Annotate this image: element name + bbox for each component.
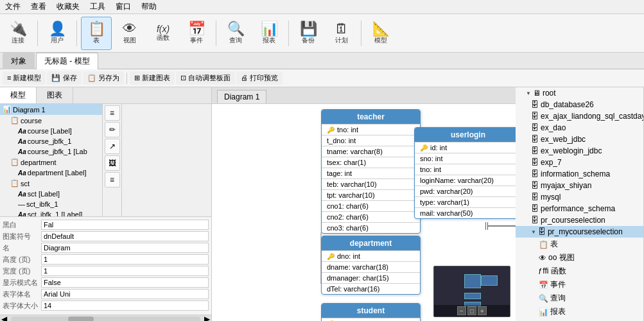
- rtoolbar-btn-3[interactable]: ↗: [105, 139, 120, 154]
- prop-value-width[interactable]: [41, 266, 209, 276]
- prop-value-bw[interactable]: [41, 220, 209, 230]
- tree-node-sct[interactable]: 📋 sct: [0, 178, 102, 189]
- menu-window[interactable]: 窗口: [113, 0, 134, 13]
- tree-node-dept-label[interactable]: Aa department [Label]: [0, 168, 102, 178]
- rtoolbar-btn-4[interactable]: 🖼: [105, 155, 120, 171]
- func-button[interactable]: f(x) 函数: [148, 17, 178, 50]
- backup-button[interactable]: 💾 备份: [293, 17, 324, 50]
- tables-label: 表: [550, 239, 558, 250]
- sidebar-dao[interactable]: 🗄 ex_dao: [516, 122, 643, 134]
- user-button[interactable]: 👤 用户: [42, 17, 73, 50]
- print-preview-button[interactable]: 🖨 打印预览: [236, 71, 283, 85]
- tab-objects[interactable]: 对象: [3, 53, 35, 69]
- table-userlogin-header[interactable]: userlogin: [415, 128, 516, 142]
- diagram-tab[interactable]: Diagram 1: [217, 90, 266, 103]
- connect-button[interactable]: 🔌 连接: [3, 17, 33, 50]
- tree-node-course-label[interactable]: Aa course [Label]: [0, 126, 102, 136]
- new-diagram-button[interactable]: ⊞ 新建图表: [130, 71, 175, 85]
- tree-node-diagram1[interactable]: 📊 Diagram 1: [0, 104, 102, 115]
- model-button[interactable]: 📐 模型: [365, 17, 396, 50]
- db26-icon: 🗄: [531, 100, 539, 109]
- table-department-header[interactable]: department: [322, 236, 420, 250]
- report-button[interactable]: 📊 报表: [254, 17, 284, 50]
- minimap-zoom-in[interactable]: +: [478, 306, 487, 315]
- view-button[interactable]: 👁 视图: [114, 17, 145, 50]
- prop-value-name[interactable]: [41, 243, 209, 253]
- dept-label-icon: Aa: [18, 169, 26, 177]
- sidebar-webjdbc[interactable]: 🗄 ex_web_jdbc: [516, 134, 643, 145]
- menu-tools[interactable]: 工具: [87, 0, 108, 13]
- prop-value-height[interactable]: [41, 254, 209, 265]
- left-panel-hscroll[interactable]: ◀ ▶: [0, 315, 211, 321]
- sidebar-events[interactable]: 📅 事件: [516, 278, 643, 291]
- userlogin-tno: tno: int: [420, 166, 441, 173]
- dept-field-dtel: dTel: varchar(16): [322, 283, 420, 294]
- tree-node-course-jbfk1-label[interactable]: Aa course_jbfk_1 [Lab: [0, 146, 102, 157]
- tab-model[interactable]: 无标题 - 模型: [36, 53, 98, 69]
- rtoolbar-btn-5[interactable]: ≡: [105, 172, 120, 187]
- menu-favorites[interactable]: 收藏夹: [54, 0, 82, 13]
- scroll-left-arrow[interactable]: ◀: [0, 315, 8, 322]
- sidebar-exp7[interactable]: 🗄 exp_7: [516, 157, 643, 168]
- scroll-right-arrow[interactable]: ▶: [203, 315, 211, 322]
- minimap-reset[interactable]: □: [467, 306, 476, 315]
- tree-node-course[interactable]: 📋 course: [0, 115, 102, 126]
- schedule-button[interactable]: 🗓 计划: [326, 17, 357, 50]
- sidebar-tables[interactable]: 📋 表: [516, 238, 643, 251]
- prmycs-arrow: ▼: [531, 229, 536, 235]
- tree-node-sct-label[interactable]: Aa sct [Label]: [0, 189, 102, 199]
- tree-node-sct-ibfk1[interactable]: — sct_ibfk_1: [0, 199, 102, 209]
- prop-value-display[interactable]: [41, 277, 209, 288]
- table-student-header[interactable]: student: [322, 304, 420, 318]
- sidebar-backups[interactable]: 💾 备份: [516, 318, 643, 321]
- prop-value-symbol[interactable]: [41, 231, 209, 241]
- menu-view[interactable]: 查看: [28, 0, 49, 13]
- menu-file[interactable]: 文件: [3, 0, 23, 13]
- minimap-zoom-out[interactable]: −: [457, 306, 466, 315]
- tree-node-sct-ibfk1-label[interactable]: Aa sct_ibfk_1 [Label]: [0, 209, 102, 216]
- tab-diagram-tree[interactable]: 图表: [37, 87, 73, 103]
- auto-layout-button[interactable]: ⊡ 自动调整板面: [176, 71, 235, 85]
- query-button[interactable]: 🔍 查询: [220, 17, 251, 50]
- tree-node-course-jbfk1[interactable]: Aa course_jbfk_1: [0, 136, 102, 146]
- sidebar-prmycs[interactable]: ▼ 🗄 pr_mycourseselection: [516, 226, 643, 238]
- sidebar-infoschema[interactable]: 🗄 information_schema: [516, 168, 643, 180]
- sidebar-webloginjdbc[interactable]: 🗄 ex_weblogin_jdbc: [516, 145, 643, 157]
- student-field-sno: 🔑 sno: int: [322, 318, 420, 321]
- sidebar-prcs[interactable]: 🗄 pr_courseselection: [516, 214, 643, 226]
- tree-node-department[interactable]: 📋 department: [0, 157, 102, 168]
- prmycs-label: pr_mycourseselection: [548, 227, 623, 236]
- userlogin-sno: sno: int: [420, 155, 442, 162]
- userlogin-mail: mail: varchar(50): [420, 209, 473, 217]
- teacher-field-tdno: t_dno: int: [322, 135, 420, 146]
- sidebar-perfschema[interactable]: 🗄 performance_schema: [516, 203, 643, 214]
- new-model-button[interactable]: ≡ ≡ 新建模型新建模型: [3, 71, 46, 85]
- prop-row-name: 名: [3, 243, 209, 253]
- prop-value-font[interactable]: [41, 289, 209, 299]
- save-as-button[interactable]: 📋 另存为: [83, 71, 124, 85]
- prop-value-fontsize[interactable]: [41, 300, 209, 311]
- menu-help[interactable]: 帮助: [139, 0, 159, 13]
- table-button[interactable]: 📋 表: [81, 17, 112, 50]
- sidebar-reports[interactable]: 📊 报表: [516, 305, 643, 318]
- tab-model-tree[interactable]: 模型: [0, 87, 37, 103]
- func-icon: f(x): [157, 24, 170, 33]
- sidebar-root[interactable]: ▼ 🖥 root: [516, 87, 643, 99]
- sidebar-db26[interactable]: 🗄 db_database26: [516, 99, 643, 110]
- department-label: department: [21, 159, 57, 166]
- table-teacher-header[interactable]: teacher: [322, 110, 420, 124]
- webloginjdbc-icon: 🗄: [531, 146, 539, 155]
- sidebar-myajax[interactable]: 🗄 myajax_shiyan: [516, 180, 643, 191]
- sidebar-views[interactable]: 👁 oo 视图: [516, 251, 643, 265]
- rtoolbar-btn-1[interactable]: ≡: [105, 105, 120, 121]
- sidebar-queries[interactable]: 🔍 查询: [516, 291, 643, 305]
- sidebar-funcs[interactable]: f ffi 函数: [516, 265, 643, 278]
- dept-dtel: dTel: varchar(16): [327, 285, 380, 293]
- event-button[interactable]: 📅 事件: [181, 17, 212, 50]
- minimap-box-teacher: [464, 274, 481, 288]
- sidebar-ajax[interactable]: 🗄 ex_ajax_liandong_sql_castday4: [516, 110, 643, 122]
- save-button[interactable]: 💾 保存: [47, 71, 81, 85]
- rtoolbar-btn-2[interactable]: ✏: [105, 122, 120, 137]
- minimap-box-dept: [464, 293, 481, 300]
- sidebar-mysql[interactable]: 🗄 mysql: [516, 191, 643, 203]
